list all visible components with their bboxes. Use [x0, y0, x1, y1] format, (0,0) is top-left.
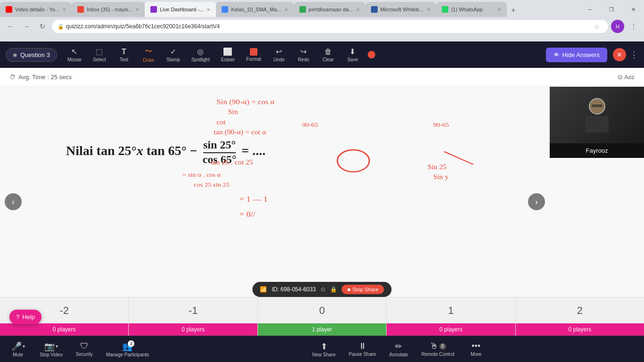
save-tool[interactable]: ⬇ Save [341, 45, 364, 64]
toolbar: ◉ Question 3 ↖ Mouse ⬚ Select T Text 〜 D… [0, 41, 644, 68]
annotate-tool[interactable]: ✏ Annotate [384, 339, 414, 359]
tab-wa-close[interactable]: ✕ [497, 7, 501, 12]
tab-pert[interactable]: pertdksamaan da... ✕ [294, 2, 365, 17]
answer-option-1[interactable]: -1 0 players [129, 297, 257, 336]
svg-text:cos 25  sin 25: cos 25 sin 25 [194, 181, 230, 188]
svg-text:= 1  —  1: = 1 — 1 [239, 195, 268, 204]
stop-share-button[interactable]: ■ Stop Share [342, 285, 384, 294]
glasses-right [597, 105, 603, 107]
draw-label: Draw [143, 58, 154, 63]
security-icon: 🛡 [80, 341, 89, 351]
new-share-tool[interactable]: ⬆ New Share [306, 339, 341, 359]
hide-answers-button[interactable]: 👁 Hide Answers [546, 48, 607, 62]
answer-value-1: -1 [129, 297, 257, 323]
text-tool[interactable]: T Text [113, 46, 135, 64]
browser-menu-button[interactable]: ⋮ [627, 20, 640, 33]
format-icon [250, 48, 257, 56]
eraser-label: Eraser [221, 57, 235, 62]
mute-arrow[interactable]: ▾ [23, 344, 25, 349]
minimize-button[interactable]: ─ [579, 2, 601, 17]
tab-pert-close[interactable]: ✕ [356, 7, 360, 12]
tab-gmail[interactable]: Inbox (35) - maysi... ✕ [72, 2, 145, 17]
text-icon: T [122, 48, 126, 56]
answer-option-3[interactable]: 1 0 players [387, 297, 515, 336]
address-box[interactable]: 🔒 quizizz.com/admin/quiz/5ea6b76c1cec920… [52, 20, 608, 33]
quiz-header: ⏱ Avg. Time : 25 secs ⊙ Acc [0, 68, 644, 87]
clear-label: Clear [322, 57, 334, 62]
more-icon: ••• [471, 341, 480, 351]
stop-video-tool[interactable]: 📷 ▾ Stop Video [34, 339, 68, 359]
meeting-id-bar: 📶 ID: 698-054-6033 ⊙ 🔒 ■ Stop Share [252, 282, 391, 297]
tab-kelas-label: Kelas_10_SMA_Ma... [231, 7, 281, 12]
tab-quizizz[interactable]: Live Dashboard -... ✕ [145, 2, 216, 17]
answer-options: -2 0 players -1 0 players 0 1 player 1 0… [0, 297, 644, 336]
tab-wa[interactable]: (1) WhatsApp ✕ [436, 2, 507, 17]
stamp-icon: ✓ [170, 47, 176, 56]
stamp-tool[interactable]: ✓ Stamp [162, 45, 185, 64]
clear-tool[interactable]: 🗑 Clear [317, 46, 339, 64]
tab-ms[interactable]: Microsoft Whiteb... ✕ [365, 2, 436, 17]
tab-kelas-close[interactable]: ✕ [284, 7, 288, 12]
eraser-tool[interactable]: ⬜ Eraser [216, 45, 239, 64]
answer-value-3: 1 [387, 297, 515, 323]
remote-control-tool[interactable]: 🖱 0 Remote Control [416, 339, 460, 359]
question-label: Question 3 [20, 51, 50, 58]
answer-players-3: 0 players [387, 323, 515, 336]
next-question-button[interactable]: › [528, 193, 545, 210]
glasses-left [592, 105, 597, 107]
answer-option-2[interactable]: 0 1 player [258, 297, 387, 336]
new-tab-button[interactable]: + [507, 4, 520, 17]
close-toolbar-button[interactable]: ✕ [613, 48, 626, 61]
reload-button[interactable]: ↻ [36, 20, 49, 33]
stop-icon: ■ [347, 287, 351, 292]
expand-icon[interactable]: ⋮ [630, 49, 638, 60]
manage-participants-tool[interactable]: 👥 2 Manage Participants [100, 339, 155, 359]
meeting-id: ID: 698-054-6033 [272, 286, 315, 293]
answer-value-4: 2 [516, 297, 644, 323]
security-tool[interactable]: 🛡 Security [70, 339, 99, 359]
undo-tool[interactable]: ↩ Undo [268, 45, 290, 64]
spotlight-icon: ◎ [197, 47, 204, 56]
mute-label: Mute [13, 352, 23, 357]
mouse-label: Mouse [67, 57, 82, 62]
avg-time-text: Avg. Time : 25 secs [18, 74, 72, 81]
format-tool[interactable]: Format [241, 46, 266, 64]
bookmark-icon[interactable]: ☆ [591, 21, 603, 32]
zoom-taskbar: 🎤 ▾ Mute 📷 ▾ Stop Video 🛡 Security 👥 2 M… [0, 336, 644, 362]
tab-gmail-close[interactable]: ✕ [135, 7, 139, 12]
address-text: quizizz.com/admin/quiz/5ea6b76c1cec92001… [66, 23, 591, 30]
forward-button[interactable]: → [20, 20, 33, 33]
help-button[interactable]: ? Help [9, 310, 41, 324]
favicon-pert [299, 6, 306, 13]
remote-control-label: Remote Control [421, 352, 454, 357]
tab-yt-close[interactable]: ✕ [62, 7, 66, 12]
svg-text:= sin α . cos α: = sin α . cos α [182, 172, 221, 178]
question-badge: ◉ Question 3 [6, 48, 57, 62]
profile-button[interactable]: H [611, 20, 624, 33]
mute-tool[interactable]: 🎤 ▾ Mute [4, 339, 32, 359]
prev-question-button[interactable]: ‹ [5, 193, 22, 210]
svg-text:= 0//: = 0// [239, 210, 256, 219]
video-arrow[interactable]: ▾ [56, 344, 58, 349]
answer-option-4[interactable]: 2 0 players [516, 297, 644, 336]
mouse-tool[interactable]: ↖ Mouse [63, 45, 86, 64]
tab-kelas[interactable]: Kelas_10_SMA_Ma... ✕ [216, 2, 293, 17]
svg-text:90-65: 90-65 [302, 122, 318, 128]
restore-button[interactable]: ❐ [601, 2, 622, 17]
select-tool[interactable]: ⬚ Select [88, 45, 111, 64]
host-head [589, 98, 605, 115]
back-button[interactable]: ← [4, 20, 17, 33]
browser-chrome: Video details - Yo... ✕ Inbox (35) - may… [0, 0, 644, 41]
draw-tool[interactable]: 〜 Draw [137, 45, 160, 65]
tab-quizizz-close[interactable]: ✕ [206, 7, 210, 12]
pause-share-tool[interactable]: ⏸ Pause Share [343, 339, 382, 359]
clock-icon: ⏱ [9, 74, 16, 81]
tab-yt[interactable]: Video details - Yo... ✕ [0, 2, 72, 17]
tab-ms-close[interactable]: ✕ [427, 7, 430, 12]
close-button[interactable]: ✕ [622, 2, 644, 17]
red-dot [368, 51, 375, 58]
redo-tool[interactable]: ↪ Redo [292, 45, 315, 64]
app-area: ◉ Question 3 ↖ Mouse ⬚ Select T Text 〜 D… [0, 41, 644, 362]
more-tool[interactable]: ••• More [462, 339, 490, 359]
spotlight-tool[interactable]: ◎ Spotlight [187, 45, 215, 64]
